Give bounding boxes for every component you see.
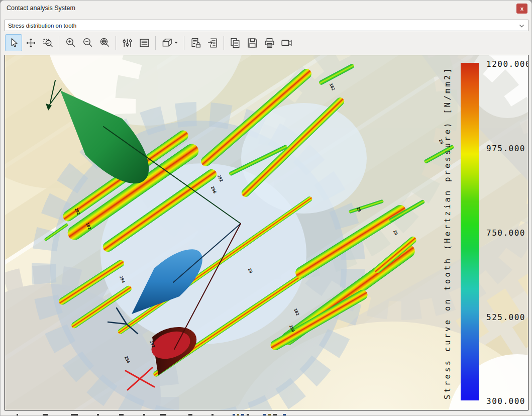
protocol-lock-button[interactable] [187,35,203,51]
display-settings-button[interactable] [119,35,135,51]
zoom-fit-button[interactable] [96,35,113,51]
view-cube-button[interactable] [159,35,181,51]
copy-button[interactable] [227,35,243,51]
select-cursor-button[interactable] [6,35,22,51]
titlebar: Contact analysis System x [1,1,531,17]
zoom-in-button[interactable] [62,35,78,51]
result-selector-value: Stress distribution on tooth [8,23,76,29]
3d-viewport-canvas[interactable]: 29218229429225429229618229182296292929 1… [5,55,528,410]
zoom-window-button[interactable] [40,35,56,51]
close-button[interactable]: x [516,4,527,14]
save-button[interactable] [244,35,260,51]
toolbar-separator [184,36,184,50]
window-title: Contact analysis System [7,5,75,12]
colorbar-tick: 1200.000 [486,59,528,69]
colorbar-tick: 300.000 [486,396,528,406]
clipped-status-text [1,411,532,416]
record-video-button[interactable] [278,35,294,51]
toolbar-separator [116,36,116,50]
colorbar-tick: 525.000 [486,313,528,323]
toolbar [6,33,294,53]
toolbar-separator [155,36,156,50]
colorbar-axis-title: Stress curve on tooth (Hertzian pressure… [441,55,454,410]
pan-button[interactable] [23,35,39,51]
contact-analysis-window: Contact analysis System x Stress distrib… [0,0,532,416]
print-button[interactable] [261,35,277,51]
toolbar-separator [224,36,224,50]
chevron-down-icon [519,23,524,30]
colorbar-tick: 750.000 [486,228,528,238]
colorbar-tick: 975.000 [486,144,528,154]
export-document-button[interactable] [204,35,221,51]
result-selector[interactable]: Stress distribution on tooth [5,20,528,31]
report-text-button[interactable] [136,35,152,51]
colorbar-gradient [461,63,479,400]
zoom-out-button[interactable] [79,35,95,51]
toolbar-separator [59,36,59,50]
